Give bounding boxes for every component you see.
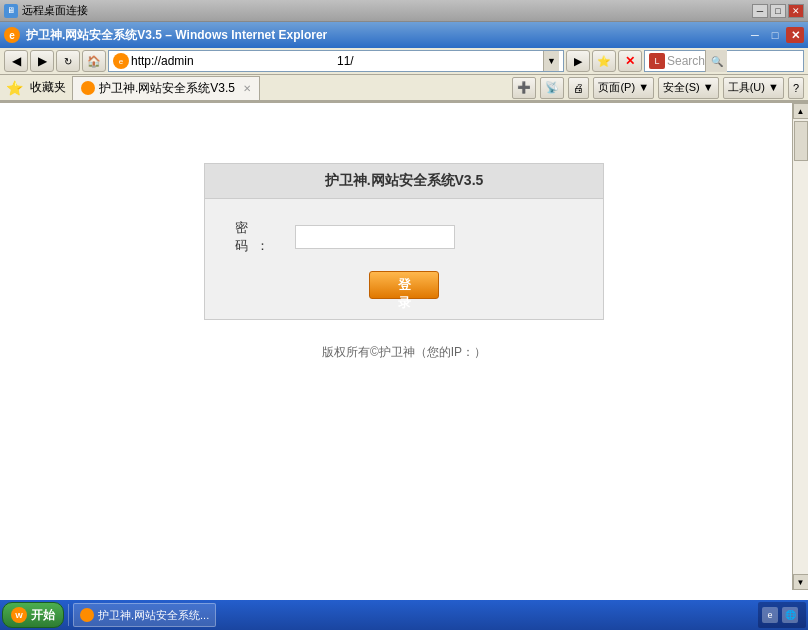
go-btn[interactable]: ▶ [566, 50, 590, 72]
address-url2: 11/ [337, 54, 543, 68]
scroll-thumb[interactable] [794, 121, 808, 161]
login-btn-row: 登 录 [235, 271, 573, 299]
tray-network-icon: 🌐 [782, 607, 798, 623]
search-go-btn[interactable]: 🔍 [705, 50, 727, 72]
help-btn[interactable]: ? [788, 77, 804, 99]
start-icon: W [11, 607, 27, 623]
password-label: 密 码： [235, 219, 295, 255]
page-btn[interactable]: 页面(P) ▼ [593, 77, 654, 99]
ie-address-bar: ◀ ▶ ↻ 🏠 e http://admin 11/ ▼ ▶ ⭐ ✕ L Sea… [0, 48, 808, 74]
login-title: 护卫神.网站安全系统V3.5 [205, 164, 603, 199]
add-to-fav-btn[interactable]: ➕ [512, 77, 536, 99]
ie-title-left: e 护卫神.网站安全系统V3.5 – Windows Internet Expl… [4, 27, 327, 44]
login-button[interactable]: 登 录 [369, 271, 439, 299]
address-url: http://admin [131, 54, 337, 68]
refresh-btn[interactable]: ↻ [56, 50, 80, 72]
password-row: 密 码： [235, 219, 573, 255]
ie-close-btn[interactable]: ✕ [786, 27, 804, 43]
ie-content: 护卫神.网站安全系统V3.5 密 码： 登 录 版权所有©护卫神（您的IP：） [0, 103, 808, 606]
ie-content-inner: 护卫神.网站安全系统V3.5 密 码： 登 录 版权所有©护卫神（您的IP：） [0, 103, 808, 606]
rss-btn[interactable]: 📡 [540, 77, 564, 99]
password-input[interactable] [295, 225, 455, 249]
search-placeholder: Search [667, 54, 705, 68]
toolbar-right-btns: ➕ 📡 🖨 页面(P) ▼ 安全(S) ▼ 工具(U) ▼ ? [512, 77, 804, 99]
ie-title-buttons: ─ □ ✕ [746, 27, 804, 43]
favorites-tab[interactable]: 护卫神.网站安全系统V3.5 ✕ [72, 76, 260, 100]
start-button[interactable]: W 开始 [2, 602, 64, 628]
live-search-icon: L [649, 53, 665, 69]
titlebar-close-btn[interactable]: ✕ [788, 4, 804, 18]
titlebar-left: 🖥 远程桌面连接 [4, 3, 88, 18]
ie-titlebar: e 护卫神.网站安全系统V3.5 – Windows Internet Expl… [0, 22, 808, 48]
titlebar-text: 远程桌面连接 [22, 3, 88, 18]
address-box[interactable]: e http://admin 11/ ▼ [108, 50, 564, 72]
taskbar-ie-label: 护卫神.网站安全系统... [98, 608, 209, 623]
taskbar-divider [68, 604, 69, 626]
start-label: 开始 [31, 607, 55, 624]
copyright-main: 版权所有©护卫神（您的IP： [322, 345, 474, 359]
stop-btn[interactable]: ✕ [618, 50, 642, 72]
safe-btn[interactable]: 安全(S) ▼ [658, 77, 719, 99]
forward-btn[interactable]: ▶ [30, 50, 54, 72]
tray-ie-icon: e [762, 607, 778, 623]
ie-min-btn[interactable]: ─ [746, 27, 764, 43]
scroll-track [793, 119, 808, 574]
ie-window-icon: e [4, 27, 20, 43]
taskbar: W 开始 护卫神.网站安全系统... e 🌐 [0, 600, 808, 630]
address-ie-icon: e [113, 53, 129, 69]
fav-tab-icon [81, 81, 95, 95]
taskbar-item-ie[interactable]: 护卫神.网站安全系统... [73, 603, 216, 627]
ie-favbar: ⭐ 收藏夹 护卫神.网站安全系统V3.5 ✕ ➕ 📡 🖨 页面(P) ▼ 安全(… [0, 74, 808, 102]
scroll-down-btn[interactable]: ▼ [793, 574, 809, 590]
login-box: 护卫神.网站安全系统V3.5 密 码： 登 录 [204, 163, 604, 320]
titlebar-max-btn[interactable]: □ [770, 4, 786, 18]
taskbar-tray: e 🌐 [758, 602, 806, 628]
search-area[interactable]: L Search 🔍 [644, 50, 804, 72]
fav-tab-close[interactable]: ✕ [243, 83, 251, 94]
copyright-end: ） [474, 345, 486, 359]
favorites-star-icon: ⭐ [4, 78, 24, 98]
ie-title-text: 护卫神.网站安全系统V3.5 – Windows Internet Explor… [26, 27, 327, 44]
titlebar-buttons: ─ □ ✕ [752, 4, 804, 18]
scroll-up-btn[interactable]: ▲ [793, 103, 809, 119]
taskbar-ie-icon [80, 608, 94, 622]
bookmark-btn[interactable]: ⭐ [592, 50, 616, 72]
favorites-label: 收藏夹 [30, 79, 66, 96]
ie-window: e 护卫神.网站安全系统V3.5 – Windows Internet Expl… [0, 22, 808, 630]
titlebar-min-btn[interactable]: ─ [752, 4, 768, 18]
print-btn[interactable]: 🖨 [568, 77, 589, 99]
ie-max-btn[interactable]: □ [766, 27, 784, 43]
fav-tab-label: 护卫神.网站安全系统V3.5 [99, 80, 235, 97]
address-dropdown-btn[interactable]: ▼ [543, 51, 559, 71]
titlebar-icon: 🖥 [4, 4, 18, 18]
home-btn[interactable]: 🏠 [82, 50, 106, 72]
login-body: 密 码： 登 录 [205, 199, 603, 319]
remote-desktop-titlebar: 🖥 远程桌面连接 ─ □ ✕ [0, 0, 808, 22]
back-btn[interactable]: ◀ [4, 50, 28, 72]
copyright-text: 版权所有©护卫神（您的IP：） [322, 344, 486, 361]
ie-toolbar: ◀ ▶ ↻ 🏠 e http://admin 11/ ▼ ▶ ⭐ ✕ L Sea… [0, 48, 808, 103]
ie-scrollbar: ▲ ▼ [792, 103, 808, 590]
tools-btn[interactable]: 工具(U) ▼ [723, 77, 784, 99]
